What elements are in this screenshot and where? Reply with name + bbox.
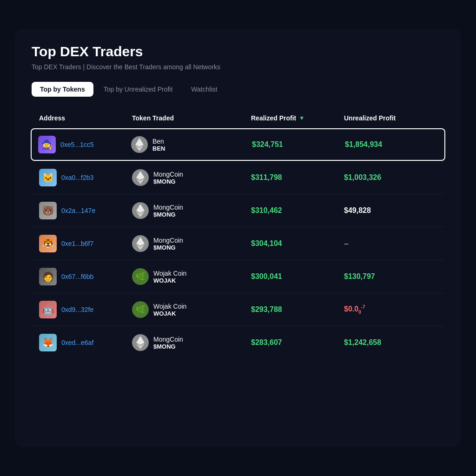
table-row: 🧑 0x67...f6bb 🌿 Wojak Coin WOJAK $300,04… — [32, 260, 444, 293]
eth-icon-3 — [132, 202, 149, 219]
avatar-3: 🐻 — [39, 202, 57, 219]
realized-profit-6: $293,788 — [251, 305, 344, 314]
page-subtitle: Top DEX Traders | Discover the Best Trad… — [32, 63, 444, 71]
tab-watchlist[interactable]: Watchlist — [183, 82, 225, 97]
address-link-7[interactable]: 0xed...e6af — [61, 339, 93, 346]
table-row: 🐯 0xe1...b6f7 MongCoin $MONG $304,104 – — [32, 227, 444, 260]
token-name-5: Wojak Coin — [153, 270, 186, 277]
col-token: Token Traded — [132, 114, 251, 122]
realized-profit-3: $310,462 — [251, 206, 344, 215]
unrealized-profit-4: – — [344, 239, 437, 249]
address-link-5[interactable]: 0x67...f6bb — [61, 273, 93, 280]
avatar-1: 🧙 — [38, 136, 56, 153]
address-link-4[interactable]: 0xe1...b6f7 — [61, 240, 93, 247]
eth-icon-4 — [132, 235, 149, 252]
sort-arrow-icon: ▼ — [299, 115, 304, 121]
tab-unrealized-profit[interactable]: Top by Unrealized Profit — [95, 82, 181, 97]
avatar-4: 🐯 — [39, 235, 57, 252]
token-name-3: MongCoin — [153, 204, 183, 211]
address-cell-2: 🐱 0xa0...f2b3 — [39, 169, 132, 186]
avatar-5: 🧑 — [39, 268, 57, 285]
address-link-3[interactable]: 0x2a...147e — [61, 207, 95, 214]
unrealized-profit-3: $49,828 — [344, 206, 437, 215]
col-address: Address — [39, 114, 132, 122]
address-link-2[interactable]: 0xa0...f2b3 — [61, 174, 93, 181]
realized-profit-1: $324,751 — [252, 140, 345, 149]
address-cell-4: 🐯 0xe1...b6f7 — [39, 235, 132, 252]
token-cell-5: 🌿 Wojak Coin WOJAK — [132, 268, 251, 285]
token-name-7: MongCoin — [153, 336, 183, 343]
address-cell-5: 🧑 0x67...f6bb — [39, 268, 132, 285]
unrealized-profit-6: $0.00-7 — [344, 304, 437, 315]
tab-top-tokens[interactable]: Top by Tokens — [32, 82, 93, 97]
token-symbol-2: $MONG — [153, 178, 183, 185]
address-cell-1: 🧙 0xe5...1cc5 — [38, 136, 131, 153]
token-name-1: Ben — [152, 138, 165, 145]
table-row: 🐱 0xa0...f2b3 MongCoin $MONG $311,798 $1… — [32, 161, 444, 194]
token-cell-4: MongCoin $MONG — [132, 235, 251, 252]
unrealized-profit-5: $130,797 — [344, 272, 437, 281]
address-link-6[interactable]: 0xd9...32fe — [61, 306, 93, 313]
token-name-2: MongCoin — [153, 171, 183, 178]
realized-profit-7: $283,607 — [251, 338, 344, 347]
tab-bar: Top by Tokens Top by Unrealized Profit W… — [32, 82, 444, 97]
token-symbol-5: WOJAK — [153, 277, 186, 284]
table-row: 🧙 0xe5...1cc5 Ben BEN $324,751 $1,854,93… — [31, 128, 445, 161]
realized-profit-4: $304,104 — [251, 239, 344, 248]
col-realized[interactable]: Realized Profit ▼ — [251, 114, 344, 122]
address-cell-6: 🤖 0xd9...32fe — [39, 301, 132, 318]
realized-profit-2: $311,798 — [251, 173, 344, 182]
table-row: 🦊 0xed...e6af MongCoin $MONG $283,607 $1… — [32, 326, 444, 359]
address-link-1[interactable]: 0xe5...1cc5 — [60, 141, 94, 148]
realized-profit-5: $300,041 — [251, 272, 344, 281]
token-cell-3: MongCoin $MONG — [132, 202, 251, 219]
main-container: Top DEX Traders Top DEX Traders | Discov… — [15, 29, 461, 447]
address-cell-3: 🐻 0x2a...147e — [39, 202, 132, 219]
avatar-2: 🐱 — [39, 169, 57, 186]
unrealized-profit-1: $1,854,934 — [345, 140, 438, 149]
col-unrealized: Unrealized Profit — [344, 114, 437, 122]
token-cell-7: MongCoin $MONG — [132, 334, 251, 351]
token-symbol-6: WOJAK — [153, 310, 186, 317]
token-cell-6: 🌿 Wojak Coin WOJAK — [132, 301, 251, 318]
table-row: 🤖 0xd9...32fe 🌿 Wojak Coin WOJAK $293,78… — [32, 293, 444, 326]
table-header: Address Token Traded Realized Profit ▼ U… — [32, 110, 444, 126]
token-name-6: Wojak Coin — [153, 303, 186, 310]
wojak-icon-6: 🌿 — [132, 301, 149, 318]
token-name-4: MongCoin — [153, 237, 183, 244]
eth-icon-7 — [132, 334, 149, 351]
token-symbol-1: BEN — [152, 145, 165, 152]
eth-icon-1 — [131, 136, 148, 153]
eth-icon-2 — [132, 169, 149, 186]
token-symbol-7: $MONG — [153, 343, 183, 350]
unrealized-profit-2: $1,003,326 — [344, 173, 437, 182]
token-symbol-3: $MONG — [153, 211, 183, 218]
address-cell-7: 🦊 0xed...e6af — [39, 334, 132, 351]
unrealized-profit-7: $1,242,658 — [344, 338, 437, 347]
token-symbol-4: $MONG — [153, 244, 183, 251]
wojak-icon-5: 🌿 — [132, 268, 149, 285]
avatar-7: 🦊 — [39, 334, 57, 351]
token-cell-2: MongCoin $MONG — [132, 169, 251, 186]
avatar-6: 🤖 — [39, 301, 57, 318]
token-cell-1: Ben BEN — [131, 136, 252, 153]
table-row: 🐻 0x2a...147e MongCoin $MONG $310,462 $4… — [32, 194, 444, 227]
page-title: Top DEX Traders — [32, 44, 444, 60]
